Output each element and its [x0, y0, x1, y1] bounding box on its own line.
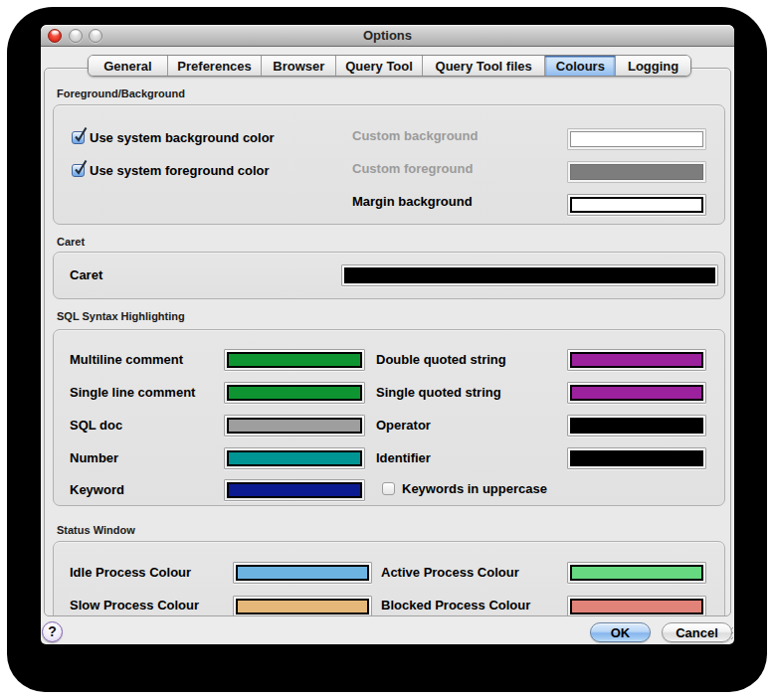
- caret-label: Caret: [70, 267, 102, 283]
- single-line-comment-swatch[interactable]: [224, 382, 365, 404]
- idle-process-swatch[interactable]: [233, 562, 372, 584]
- group-foreground-background: Use system background color Use system f…: [53, 104, 725, 225]
- cancel-button[interactable]: Cancel: [662, 622, 732, 642]
- use-system-background-label: Use system background color: [90, 130, 275, 146]
- options-dialog: Options Foreground/Background Use system…: [41, 25, 734, 644]
- tab-query-tool-files[interactable]: Query Tool files: [423, 56, 546, 76]
- help-button[interactable]: ?: [42, 621, 63, 642]
- keyword-label: Keyword: [70, 482, 124, 498]
- double-quoted-string-label: Double quoted string: [376, 352, 506, 368]
- section-label-caret: Caret: [57, 236, 85, 248]
- tab-query-tool[interactable]: Query Tool: [336, 56, 423, 76]
- caret-swatch[interactable]: [341, 264, 718, 286]
- custom-background-label: Custom background: [352, 128, 478, 144]
- margin-background-label: Margin background: [352, 194, 473, 210]
- title-bar[interactable]: Options: [41, 25, 734, 47]
- tab-strip: General Preferences Browser Query Tool Q…: [88, 55, 691, 77]
- tab-general[interactable]: General: [89, 56, 168, 76]
- group-status-window: Idle Process Colour Active Process Colou…: [53, 541, 725, 616]
- idle-process-label: Idle Process Colour: [70, 565, 191, 581]
- sql-doc-label: SQL doc: [70, 418, 122, 434]
- window-title: Options: [41, 28, 734, 43]
- single-line-comment-label: Single line comment: [70, 385, 195, 401]
- check-icon: [72, 126, 89, 143]
- tab-content-panel: Foreground/Background Use system backgro…: [44, 68, 731, 616]
- tab-colours[interactable]: Colours: [545, 56, 616, 76]
- ok-button[interactable]: OK: [590, 622, 651, 642]
- number-label: Number: [70, 450, 118, 466]
- check-icon: [72, 159, 89, 176]
- multiline-comment-label: Multiline comment: [70, 352, 183, 368]
- single-quoted-string-label: Single quoted string: [376, 385, 501, 401]
- tab-logging[interactable]: Logging: [616, 56, 690, 76]
- group-caret: Caret: [53, 252, 725, 299]
- keywords-uppercase-label: Keywords in uppercase: [402, 481, 547, 497]
- active-process-label: Active Process Colour: [381, 565, 519, 581]
- group-sql-syntax: Multiline comment Single line comment SQ…: [53, 329, 725, 506]
- section-label-sql-syntax: SQL Syntax Highlighting: [57, 310, 185, 322]
- keywords-uppercase-checkbox[interactable]: [382, 482, 395, 495]
- operator-swatch[interactable]: [567, 415, 706, 437]
- custom-background-swatch[interactable]: [567, 128, 706, 150]
- single-quoted-string-swatch[interactable]: [567, 382, 706, 404]
- use-system-foreground-label: Use system foreground color: [90, 163, 270, 179]
- blocked-process-swatch[interactable]: [567, 596, 706, 616]
- slow-process-label: Slow Process Colour: [70, 598, 199, 613]
- identifier-label: Identifier: [376, 450, 431, 466]
- custom-foreground-swatch[interactable]: [567, 161, 706, 183]
- custom-foreground-label: Custom foreground: [352, 161, 473, 177]
- tab-browser[interactable]: Browser: [262, 56, 336, 76]
- tab-preferences[interactable]: Preferences: [168, 56, 263, 76]
- active-process-swatch[interactable]: [567, 562, 706, 584]
- section-label-status-window: Status Window: [57, 524, 135, 536]
- keyword-swatch[interactable]: [224, 479, 365, 501]
- identifier-swatch[interactable]: [567, 447, 706, 469]
- use-system-foreground-checkbox[interactable]: [72, 164, 85, 177]
- blocked-process-label: Blocked Process Colour: [381, 598, 530, 613]
- margin-background-swatch[interactable]: [567, 194, 706, 216]
- number-swatch[interactable]: [224, 447, 365, 469]
- double-quoted-string-swatch[interactable]: [567, 349, 706, 371]
- section-label-foreground-background: Foreground/Background: [57, 88, 185, 99]
- sql-doc-swatch[interactable]: [224, 415, 365, 437]
- multiline-comment-swatch[interactable]: [224, 349, 365, 371]
- slow-process-swatch[interactable]: [233, 596, 372, 616]
- use-system-background-checkbox[interactable]: [72, 131, 85, 144]
- operator-label: Operator: [376, 418, 431, 434]
